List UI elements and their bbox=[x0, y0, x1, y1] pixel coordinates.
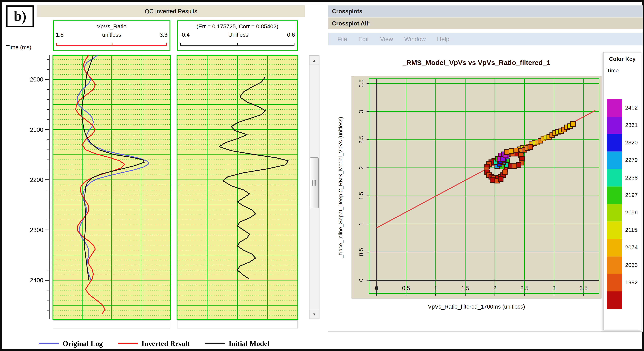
scatter-point bbox=[502, 170, 507, 175]
track2-scale-bar bbox=[180, 45, 294, 46]
color-key-panel: Color Key Time 2402236123202279223821972… bbox=[603, 52, 642, 330]
track1-title: VpVs_Ratio bbox=[54, 23, 170, 30]
track1-units: unitless bbox=[102, 32, 121, 38]
menu-view[interactable]: View bbox=[380, 36, 393, 42]
scatter-point bbox=[509, 149, 514, 153]
crossplots-titlebar[interactable]: Crossplots bbox=[328, 5, 643, 17]
color-key-value: 2197 bbox=[625, 192, 638, 198]
x-tick-label: 2 bbox=[493, 285, 496, 292]
legend-label: Original Log bbox=[62, 339, 103, 348]
y-tick-label: 2 bbox=[358, 166, 364, 169]
legend-line-swatch bbox=[39, 343, 59, 344]
track1-scale-bar bbox=[56, 45, 167, 46]
screenshot-root: b) QC Inverted Results Time (ms) VpVs_Ra… bbox=[0, 0, 644, 351]
menu-help[interactable]: Help bbox=[437, 36, 450, 42]
color-key-swatch bbox=[607, 257, 622, 274]
color-key-swatch bbox=[607, 99, 622, 117]
track2-units: Unitless bbox=[228, 32, 248, 38]
crossplots-window: Crossplots Crossplot All: FileEditViewWi… bbox=[328, 5, 643, 332]
color-key-swatch bbox=[607, 151, 622, 169]
x-tick-label: 0 bbox=[375, 285, 378, 292]
track2-header: (Err = 0.175725, Corr = 0.85402) -0.4 Un… bbox=[177, 20, 298, 51]
scrollbar-grip-icon bbox=[312, 180, 316, 186]
y-tick-label: 0.5 bbox=[358, 248, 364, 256]
y-tick-label: 2.5 bbox=[358, 136, 364, 144]
y-tick-label: 3.5 bbox=[358, 79, 364, 88]
legend-item: Initial Model bbox=[205, 339, 269, 348]
legend-label: Inverted Result bbox=[142, 339, 190, 348]
scroll-down-icon[interactable]: ▼ bbox=[310, 310, 319, 319]
time-tick-label: 2200 bbox=[30, 176, 44, 183]
scatter-point bbox=[512, 164, 517, 168]
scatter-point bbox=[490, 178, 495, 183]
legend-line-swatch bbox=[118, 343, 138, 344]
color-key-swatch bbox=[607, 117, 622, 134]
curve-legend: Original LogInverted ResultInitial Model bbox=[39, 337, 269, 350]
y-tick-label: 1 bbox=[358, 222, 364, 226]
scatter-point bbox=[504, 150, 509, 155]
color-key-value: 2156 bbox=[625, 209, 638, 216]
x-tick-label: 3 bbox=[552, 285, 556, 292]
crossplot-all-bar[interactable]: Crossplot All: bbox=[328, 17, 643, 29]
color-key-value: 2402 bbox=[625, 105, 638, 111]
color-key-title: Color Key bbox=[604, 56, 641, 62]
legend-item: Original Log bbox=[39, 339, 103, 348]
scatter-point bbox=[514, 148, 518, 153]
color-key-value: 2115 bbox=[625, 227, 637, 233]
scatter-point bbox=[528, 145, 533, 149]
track1-footer-box bbox=[53, 320, 170, 329]
color-key-swatch bbox=[607, 134, 622, 151]
color-key-swatch bbox=[607, 239, 622, 256]
color-key-variable: Time bbox=[607, 67, 619, 74]
scatter-point bbox=[498, 177, 503, 181]
y-tick-label: 0 bbox=[358, 279, 364, 282]
legend-item: Inverted Result bbox=[118, 339, 190, 348]
y-tick-label: 1.5 bbox=[358, 192, 364, 200]
track1-max: 3.3 bbox=[160, 32, 168, 38]
color-key-value: 2074 bbox=[625, 244, 638, 251]
panel-label: b) bbox=[6, 5, 34, 27]
color-key-value: 2361 bbox=[625, 122, 638, 128]
figure-frame: b) QC Inverted Results Time (ms) VpVs_Ra… bbox=[0, 0, 644, 351]
color-key-swatch bbox=[607, 221, 622, 239]
legend-line-swatch bbox=[205, 343, 225, 344]
track2-max: 0.6 bbox=[287, 32, 295, 38]
color-key-swatch bbox=[607, 187, 622, 204]
time-tick-label: 2300 bbox=[30, 227, 44, 233]
color-key-swatch bbox=[607, 169, 622, 187]
crossplot-x-axis-label: VpVs_Ratio_filtered_1700ms (unitless) bbox=[352, 304, 602, 310]
color-key-value: 2238 bbox=[625, 174, 638, 181]
color-key-swatch bbox=[607, 274, 622, 292]
time-tick-label: 2400 bbox=[30, 277, 44, 284]
track2-title: (Err = 0.175725, Corr = 0.85402) bbox=[178, 23, 297, 30]
time-tick-label: 2000 bbox=[30, 76, 44, 83]
legend-label: Initial Model bbox=[228, 339, 269, 348]
x-tick-label: 1.5 bbox=[461, 285, 470, 292]
x-tick-label: 1 bbox=[434, 285, 437, 292]
scroll-up-icon[interactable]: ▲ bbox=[310, 56, 319, 65]
menu-edit[interactable]: Edit bbox=[358, 36, 369, 42]
crossplot-y-axis-label: _trace_Inline_Sepat_Deep-2_RMS_Model_VpV… bbox=[338, 76, 344, 299]
time-tick-label: 2100 bbox=[30, 126, 44, 133]
track1-header: VpVs_Ratio 1.5 unitless 3.3 bbox=[53, 20, 170, 51]
menu-window[interactable]: Window bbox=[404, 36, 426, 42]
y-tick-label: 3 bbox=[358, 110, 364, 113]
color-key-value: 1992 bbox=[625, 279, 638, 286]
color-key-value: 2320 bbox=[625, 139, 638, 146]
scatter-point bbox=[570, 121, 575, 126]
log-tracks-canvas: 20002100220023002400 bbox=[2, 2, 323, 351]
color-key-swatch bbox=[607, 204, 622, 221]
x-tick-label: 0.5 bbox=[402, 285, 410, 292]
color-key-value: 2033 bbox=[625, 262, 638, 268]
x-tick-label: 3.5 bbox=[580, 285, 588, 292]
x-tick-label: 2.5 bbox=[520, 285, 528, 292]
menu-file[interactable]: File bbox=[338, 36, 347, 42]
track1-min: 1.5 bbox=[56, 32, 64, 38]
menu-bar: FileEditViewWindowHelp bbox=[328, 33, 643, 45]
track2-min: -0.4 bbox=[180, 32, 190, 38]
color-key-swatch bbox=[607, 292, 622, 309]
log-scrollbar[interactable]: ▲ ▼ bbox=[309, 55, 320, 319]
crossplot-title: _RMS_Model_VpVs vs VpVs_Ratio_filtered_1 bbox=[352, 59, 602, 67]
crossplot-canvas: 00.511.522.533.500.511.522.533.5 bbox=[352, 76, 602, 299]
scrollbar-thumb[interactable] bbox=[310, 157, 319, 208]
